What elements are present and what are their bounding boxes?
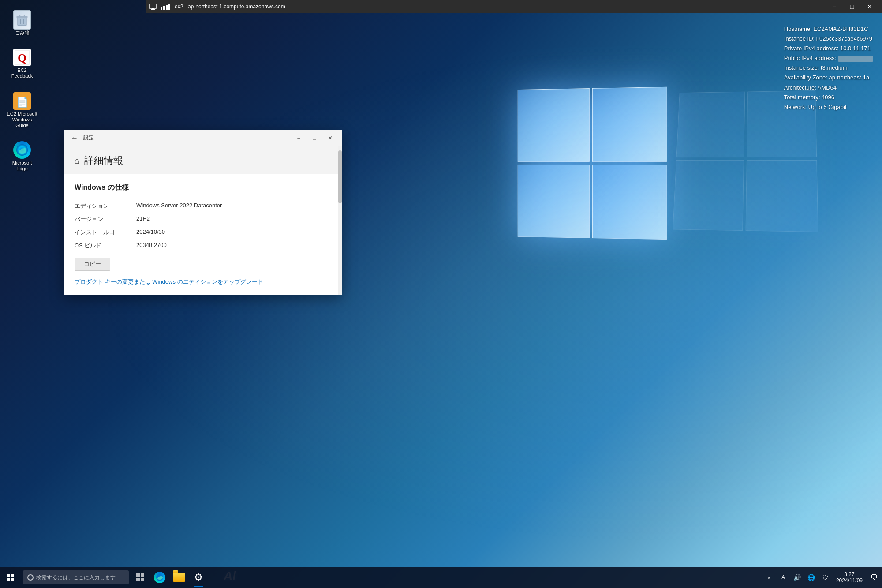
- settings-row-os-build: OS ビルド 20348.2700: [75, 239, 331, 252]
- ec2-network: Network: Up to 5 Gigabit: [784, 102, 873, 112]
- settings-close-button[interactable]: ✕: [322, 130, 338, 146]
- ec2-architecture: Architecture: AMD64: [784, 83, 873, 93]
- win-reflect-tr: [676, 92, 745, 157]
- settings-window: ← 設定 − □ ✕ ⌂ 詳細情報 Windows の仕様 エディション Win…: [64, 130, 342, 295]
- win-pane-tr: [592, 87, 667, 162]
- settings-maximize-button[interactable]: □: [306, 130, 322, 146]
- settings-value-edition: Windows Server 2022 Datacenter: [136, 202, 222, 210]
- desktop-icon-ec2-ms-guide[interactable]: 📄 EC2 MicrosoftWindows Guide: [4, 90, 40, 131]
- speaker-icon: 🔊: [793, 574, 801, 581]
- rdp-close-button[interactable]: ✕: [861, 0, 878, 13]
- caret-up-icon: ∧: [767, 575, 770, 580]
- taskbar-search-bar[interactable]: 検索するには、ここに入力します: [23, 570, 129, 584]
- recycle-bin-icon: [13, 11, 31, 29]
- ec2-ms-guide-label: EC2 MicrosoftWindows Guide: [6, 111, 38, 129]
- rdp-minimize-button[interactable]: −: [826, 0, 843, 13]
- clock-date-display: 2024/11/09: [836, 577, 863, 584]
- tray-language-button[interactable]: A: [776, 567, 790, 588]
- ec2-ms-guide-icon: 📄: [13, 92, 31, 110]
- ec2-total-memory: Total memory: 4096: [784, 93, 873, 102]
- tview-cell-2: [141, 573, 144, 577]
- desktop-icon-ms-edge[interactable]: Microsoft Edge: [4, 139, 40, 173]
- taskbar: 検索するには、ここに入力します: [0, 567, 882, 588]
- ec2-info-panel: Hostname: EC2AMAZ-BH83D1C Instance ID: i…: [784, 24, 873, 112]
- svg-text:📄: 📄: [16, 96, 29, 108]
- tview-row-1: [136, 573, 144, 577]
- settings-header: ⌂ 詳細情報: [64, 146, 342, 174]
- win-pane-tl: [518, 88, 590, 162]
- tray-volume-button[interactable]: 🔊: [790, 567, 804, 588]
- settings-header-title: 詳細情報: [84, 154, 123, 167]
- network-icon: 🌐: [807, 574, 815, 581]
- settings-home-icon: ⌂: [75, 156, 80, 166]
- rdp-restore-button[interactable]: □: [843, 0, 861, 13]
- signal-bar-4: [168, 4, 170, 10]
- start-pane-tr: [11, 574, 14, 577]
- copy-button[interactable]: コピー: [75, 258, 110, 271]
- win-pane-bl: [518, 165, 590, 238]
- settings-row-version: バージョン 21H2: [75, 213, 331, 226]
- tview-cell-3: [136, 578, 140, 581]
- settings-back-button[interactable]: ←: [67, 131, 82, 145]
- rdp-window-controls: − □ ✕: [826, 0, 878, 13]
- signal-bar-3: [166, 5, 168, 10]
- svg-rect-1: [152, 8, 154, 9]
- rdp-signal-icon: [161, 4, 170, 10]
- settings-section-title: Windows の仕様: [75, 183, 331, 192]
- desktop-icon-recycle-bin[interactable]: ごみ箱: [4, 9, 40, 37]
- upgrade-link[interactable]: プロダクト キーの変更または Windows のエディションをアップグレード: [75, 278, 331, 286]
- recycle-bin-label: ごみ箱: [15, 30, 30, 36]
- taskbar-settings-button[interactable]: ⚙: [189, 567, 208, 588]
- search-placeholder-text: 検索するには、ここに入力します: [36, 574, 116, 581]
- recycle-bin-graphic: [13, 10, 31, 30]
- tview-cell-4: [141, 578, 144, 581]
- svg-rect-2: [151, 9, 155, 10]
- taskbar-explorer-button[interactable]: [169, 567, 189, 588]
- settings-label-version: バージョン: [75, 215, 136, 223]
- rdp-titlebar: ec2- .ap-northeast-1.compute.amazonaws.c…: [146, 0, 882, 13]
- clock-time-display: 3:27: [844, 571, 854, 577]
- ms-edge-label: Microsoft Edge: [6, 160, 38, 172]
- start-pane-tl: [7, 574, 10, 577]
- settings-body: Windows の仕様 エディション Windows Server 2022 D…: [64, 174, 342, 295]
- settings-row-install-date: インストール日 2024/10/30: [75, 226, 331, 239]
- settings-scrollbar[interactable]: [338, 146, 342, 295]
- task-view-icon: [136, 573, 144, 581]
- ec2-public-ipv4: Public IPv4 address:: [784, 53, 873, 63]
- svg-rect-4: [17, 16, 27, 18]
- tview-row-2: [136, 578, 144, 581]
- tray-security-button[interactable]: 🛡: [818, 567, 833, 588]
- settings-value-os-build: 20348.2700: [136, 242, 167, 250]
- settings-titlebar: ← 設定 − □ ✕: [64, 130, 342, 146]
- svg-rect-0: [149, 4, 157, 8]
- scrollbar-thumb[interactable]: [338, 150, 342, 203]
- taskbar-clock[interactable]: 3:27 2024/11/09: [833, 567, 866, 588]
- notification-center-button[interactable]: 🗨: [866, 567, 882, 588]
- desktop-icon-ec2-feedback[interactable]: Q EC2 Feedback: [4, 46, 40, 81]
- search-icon: [27, 574, 34, 581]
- ec2-private-ipv4: Private IPv4 address: 10.0.11.171: [784, 44, 873, 53]
- ec2-feedback-icon: Q: [13, 48, 31, 67]
- tray-network-button[interactable]: 🌐: [804, 567, 818, 588]
- task-view-button[interactable]: [131, 567, 150, 588]
- win-reflect-br: [673, 160, 744, 231]
- notification-icon: 🗨: [871, 573, 878, 581]
- rdp-app-icon: [149, 2, 158, 11]
- settings-minimize-button[interactable]: −: [291, 130, 306, 146]
- ec2-instance-size: Instance size: t3.medium: [784, 63, 873, 73]
- ec2-public-ipv4-label: Public IPv4 address:: [784, 55, 837, 61]
- system-tray: ∧ A 🔊 🌐 🛡 3:27 2024/11/09: [762, 567, 882, 588]
- ms-edge-graphic: [13, 141, 31, 159]
- settings-window-controls: − □ ✕: [291, 130, 338, 146]
- windows-logo: [518, 87, 667, 240]
- settings-value-version: 21H2: [136, 215, 150, 223]
- taskbar-edge-button[interactable]: [150, 567, 169, 588]
- tray-show-hidden-button[interactable]: ∧: [762, 567, 776, 588]
- ec2-feedback-label: EC2 Feedback: [6, 67, 38, 79]
- ec2-ms-guide-graphic: 📄: [13, 92, 31, 110]
- start-button[interactable]: [0, 567, 21, 588]
- settings-value-install-date: 2024/10/30: [136, 228, 165, 236]
- ms-edge-icon: [13, 141, 31, 159]
- ec2-feedback-graphic: Q: [13, 49, 31, 66]
- ec2-public-ipv4-redacted: [838, 56, 873, 62]
